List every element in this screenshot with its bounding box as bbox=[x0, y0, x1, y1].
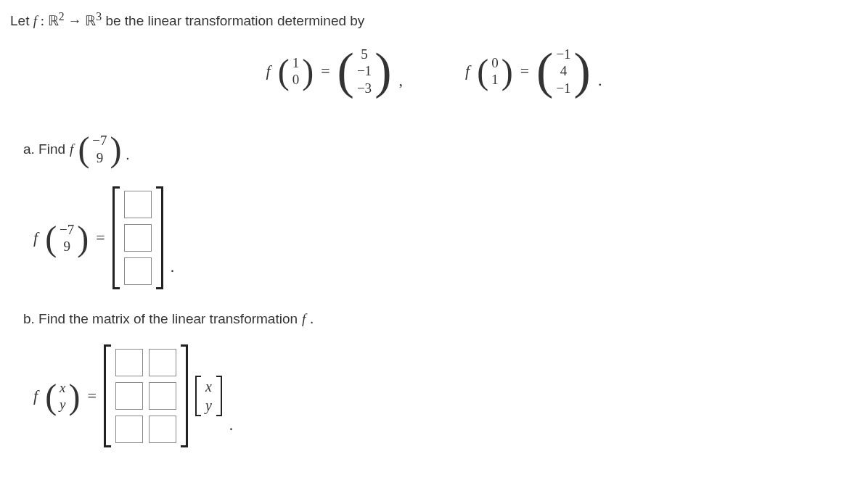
eq2-out-col: −1 4 −1 bbox=[553, 46, 573, 97]
eq1-out-col: 5 −1 −3 bbox=[354, 46, 374, 97]
partA-f: f bbox=[70, 141, 73, 157]
eq2-input-vector: ( 0 1 ) bbox=[477, 51, 512, 91]
intro-line: Let f : ℝ2 → ℝ3 be the linear transforma… bbox=[10, 10, 861, 29]
rbracket bbox=[216, 376, 222, 416]
ansA-r2: 9 bbox=[63, 238, 70, 255]
rparen: ) bbox=[501, 51, 513, 91]
answer-b-row: f ( x y ) = x y . bbox=[33, 344, 861, 447]
ansB-y: y bbox=[205, 396, 212, 415]
lparen: ( bbox=[45, 376, 57, 416]
partA-period: . bbox=[126, 147, 130, 169]
ansB-equals: = bbox=[88, 387, 97, 405]
eq2-out-r1: −1 bbox=[556, 46, 570, 63]
ansA-period: . bbox=[171, 257, 175, 289]
rbracket bbox=[181, 344, 188, 447]
ansB-matrix bbox=[104, 344, 188, 447]
ansA-r1: −7 bbox=[60, 221, 74, 239]
lbracket bbox=[112, 186, 120, 289]
eq2-equals: = bbox=[520, 62, 529, 80]
eq1-output-vector: ( 5 −1 −3 ) bbox=[337, 42, 392, 100]
rparen: ) bbox=[374, 42, 391, 100]
rparen: ) bbox=[574, 42, 591, 100]
partB-period: . bbox=[310, 311, 314, 327]
lparen: ( bbox=[536, 42, 553, 100]
partA-col: −7 9 bbox=[89, 132, 110, 167]
eq2-in-r2: 1 bbox=[491, 71, 499, 88]
ansA-result-vector bbox=[112, 186, 163, 289]
lparen: ( bbox=[278, 51, 290, 91]
partA-vector: ( −7 9 ) bbox=[78, 129, 121, 169]
lparen: ( bbox=[337, 42, 354, 100]
ansA-vector: ( −7 9 ) bbox=[45, 218, 89, 258]
eq2-out-r3: −1 bbox=[556, 80, 570, 97]
eq1-equals: = bbox=[321, 62, 329, 80]
ansB-input-22[interactable] bbox=[149, 382, 176, 410]
ansA-input-2[interactable] bbox=[124, 224, 152, 252]
answer-a-row: f ( −7 9 ) = . bbox=[33, 186, 861, 289]
ansB-input-11[interactable] bbox=[115, 349, 143, 376]
eq1-f: f bbox=[266, 62, 271, 80]
eq1-out-r3: −3 bbox=[357, 80, 372, 97]
ansA-input-3[interactable] bbox=[124, 257, 152, 285]
lparen: ( bbox=[45, 218, 57, 258]
partB-text: b. Find the matrix of the linear transfo… bbox=[23, 311, 298, 327]
ansB-input-32[interactable] bbox=[149, 416, 176, 443]
part-b-prompt: b. Find the matrix of the linear transfo… bbox=[23, 311, 861, 327]
partA-r1: −7 bbox=[92, 132, 107, 149]
intro-R2: ℝ bbox=[85, 13, 96, 28]
eq2-period: . bbox=[598, 71, 602, 100]
intro-colon: : bbox=[37, 13, 48, 28]
lbracket bbox=[104, 344, 111, 447]
eq1-comma: , bbox=[398, 71, 403, 100]
intro-tail: be the linear transformation determined … bbox=[102, 13, 364, 28]
intro-exp3: 3 bbox=[96, 10, 102, 22]
intro-prefix: Let bbox=[10, 13, 33, 28]
ansB-vector: ( x y ) bbox=[45, 376, 80, 416]
ansB-input-31[interactable] bbox=[115, 416, 143, 443]
rbracket bbox=[156, 186, 163, 289]
equation-1: f ( 1 0 ) = ( 5 −1 −3 ) , bbox=[266, 42, 403, 100]
ansB-x: x bbox=[205, 377, 212, 396]
lbracket bbox=[195, 376, 201, 416]
partA-label: a. Find bbox=[23, 141, 65, 157]
ansB-input-21[interactable] bbox=[115, 382, 143, 410]
eq1-out-r1: 5 bbox=[361, 46, 368, 63]
eq1-in-r1: 1 bbox=[292, 54, 300, 72]
eq2-out-r2: 4 bbox=[560, 62, 568, 80]
rparen: ) bbox=[110, 129, 122, 169]
eq1-input-vector: ( 1 0 ) bbox=[278, 51, 314, 91]
partA-r2: 9 bbox=[97, 149, 104, 167]
partB-f: f bbox=[302, 311, 306, 327]
eq2-output-vector: ( −1 4 −1 ) bbox=[536, 42, 591, 100]
rparen: ) bbox=[302, 51, 314, 91]
intro-arrow: → bbox=[65, 13, 86, 28]
ansB-period: . bbox=[229, 416, 234, 447]
eq2-f: f bbox=[465, 62, 470, 80]
part-a-prompt: a. Find f ( −7 9 ) . bbox=[23, 129, 861, 169]
ansB-r2: y bbox=[60, 396, 65, 413]
rparen: ) bbox=[69, 376, 81, 416]
ansA-col: −7 9 bbox=[57, 221, 77, 256]
eq2-in-col: 0 1 bbox=[488, 54, 501, 89]
ansA-f: f bbox=[33, 228, 38, 247]
lparen: ( bbox=[477, 51, 488, 91]
ansB-grid bbox=[111, 344, 181, 447]
ansB-xy-col: x y bbox=[201, 376, 216, 416]
ansB-input-12[interactable] bbox=[149, 349, 176, 376]
eq1-in-col: 1 0 bbox=[290, 54, 303, 89]
ansA-input-1[interactable] bbox=[124, 191, 152, 218]
eq1-in-r2: 0 bbox=[292, 71, 300, 88]
rparen: ) bbox=[77, 218, 89, 258]
ansB-col: x y bbox=[57, 379, 68, 414]
lparen: ( bbox=[78, 129, 89, 169]
eq1-out-r2: −1 bbox=[357, 62, 372, 80]
intro-exp2: 2 bbox=[59, 10, 65, 22]
ansA-grid bbox=[120, 186, 156, 289]
equation-2: f ( 0 1 ) = ( −1 4 −1 ) . bbox=[465, 42, 602, 100]
ansB-f: f bbox=[33, 387, 38, 405]
defining-equations: f ( 1 0 ) = ( 5 −1 −3 ) , f ( 0 1 bbox=[7, 42, 861, 100]
ansB-xy-vector: x y bbox=[195, 376, 222, 416]
eq2-in-r1: 0 bbox=[491, 54, 499, 72]
intro-R1: ℝ bbox=[48, 13, 59, 28]
ansB-r1: x bbox=[60, 379, 65, 397]
